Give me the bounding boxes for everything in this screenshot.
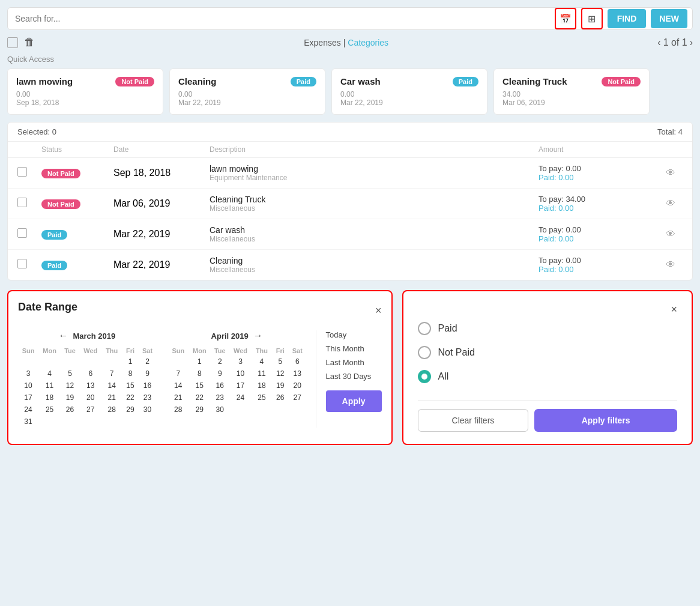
next-month-button[interactable]: → (253, 330, 263, 341)
apply-filters-button[interactable]: Apply filters (534, 409, 677, 432)
calendar-day[interactable]: 18 (252, 380, 271, 392)
find-button[interactable]: FIND (608, 9, 647, 28)
calendar-day[interactable]: 21 (102, 392, 122, 404)
quick-dates: Today This Month Last Month Last 30 Days… (316, 330, 382, 428)
calendar-day[interactable]: 4 (38, 368, 61, 380)
calendar-day[interactable]: 24 (18, 404, 38, 416)
quick-card-0[interactable]: lawn mowing Not Paid 0.00 Sep 18, 2018 (7, 68, 163, 115)
calendar-day[interactable]: 19 (61, 392, 79, 404)
calendar-day[interactable]: 19 (272, 380, 289, 392)
calendar-day[interactable]: 12 (61, 380, 79, 392)
calendar-day[interactable]: 12 (272, 368, 289, 380)
calendar-day[interactable]: 14 (168, 380, 189, 392)
calendar-day[interactable]: 5 (61, 368, 79, 380)
calendar-day[interactable]: 10 (229, 368, 252, 380)
calendar-day[interactable]: 23 (211, 392, 229, 404)
calendar-icon-button[interactable]: 📅 (555, 8, 576, 29)
row-checkbox-1[interactable] (17, 198, 27, 207)
col-checkbox (17, 145, 41, 154)
calendar-day[interactable]: 6 (289, 356, 306, 368)
expenses-link[interactable]: Expenses (304, 38, 340, 47)
calendar-day[interactable]: 27 (289, 392, 306, 404)
calendar-day[interactable]: 20 (79, 392, 102, 404)
row-view-2[interactable]: 👁 (659, 229, 683, 240)
calendar-day[interactable]: 2 (211, 356, 229, 368)
clear-filters-button[interactable]: Clear filters (418, 409, 529, 432)
calendar-day[interactable]: 7 (168, 368, 189, 380)
quick-card-1[interactable]: Cleaning Paid 0.00 Mar 22, 2019 (169, 68, 325, 115)
quick-last-month[interactable]: Last Month (326, 358, 382, 367)
calendar-day[interactable]: 17 (18, 392, 38, 404)
calendar-day[interactable]: 30 (139, 404, 156, 416)
calendar-day[interactable]: 31 (18, 416, 38, 428)
radio-not-paid[interactable] (418, 346, 431, 359)
quick-card-2[interactable]: Car wash Paid 0.00 Mar 22, 2019 (331, 68, 487, 115)
calendar-day[interactable]: 21 (168, 392, 189, 404)
quick-last-30[interactable]: Last 30 Days (326, 372, 382, 381)
row-checkbox-2[interactable] (17, 228, 27, 238)
calendar-day[interactable]: 3 (229, 356, 252, 368)
calendar-day[interactable]: 10 (18, 380, 38, 392)
calendar-day[interactable]: 2 (139, 356, 156, 368)
calendar-day[interactable]: 22 (189, 392, 211, 404)
calendar-day[interactable]: 26 (61, 404, 79, 416)
calendar-day[interactable]: 5 (272, 356, 289, 368)
calendar-day[interactable]: 8 (122, 368, 139, 380)
calendar-day[interactable]: 14 (102, 380, 122, 392)
prev-month-button[interactable]: ← (58, 330, 68, 341)
calendar-day[interactable]: 4 (252, 356, 271, 368)
apply-date-button[interactable]: Apply (326, 390, 382, 412)
calendar-day[interactable]: 11 (252, 368, 271, 380)
filter-icon-button[interactable]: ⊞ (581, 8, 603, 29)
filter-close[interactable]: × (671, 303, 677, 316)
radio-all[interactable] (418, 370, 431, 383)
calendar-day[interactable]: 6 (79, 368, 102, 380)
calendar-day[interactable]: 22 (122, 392, 139, 404)
select-all-checkbox[interactable] (7, 37, 18, 48)
quick-today[interactable]: Today (326, 330, 382, 339)
calendar-day[interactable]: 13 (79, 380, 102, 392)
date-range-close[interactable]: × (375, 305, 382, 317)
calendar-day[interactable]: 15 (189, 380, 211, 392)
prev-page-icon[interactable]: ‹ (657, 37, 660, 48)
calendar-day[interactable]: 1 (189, 356, 211, 368)
radio-paid[interactable] (418, 322, 431, 335)
calendar-day[interactable]: 25 (252, 392, 271, 404)
calendar-day[interactable]: 16 (211, 380, 229, 392)
next-page-icon[interactable]: › (690, 37, 693, 48)
calendar-day[interactable]: 29 (189, 404, 211, 416)
row-checkbox-0[interactable] (17, 167, 27, 177)
calendar-day[interactable]: 9 (139, 368, 156, 380)
calendar-day[interactable]: 29 (122, 404, 139, 416)
row-view-0[interactable]: 👁 (659, 168, 683, 178)
calendar-day[interactable]: 27 (79, 404, 102, 416)
row-checkbox-3[interactable] (17, 259, 27, 268)
calendar-day[interactable]: 9 (211, 368, 229, 380)
calendar-day[interactable]: 15 (122, 380, 139, 392)
row-view-3[interactable]: 👁 (659, 259, 683, 270)
new-button[interactable]: NEW (651, 9, 687, 28)
calendar-day[interactable]: 17 (229, 380, 252, 392)
calendar-day[interactable]: 20 (289, 380, 306, 392)
calendar-day[interactable]: 8 (189, 368, 211, 380)
calendar-day[interactable]: 30 (211, 404, 229, 416)
quick-this-month[interactable]: This Month (326, 344, 382, 353)
delete-icon[interactable]: 🗑 (24, 36, 35, 49)
calendar-day[interactable]: 28 (102, 404, 122, 416)
calendar-day[interactable]: 24 (229, 392, 252, 404)
row-view-1[interactable]: 👁 (659, 198, 683, 209)
calendar-day[interactable]: 3 (18, 368, 38, 380)
search-input[interactable] (13, 8, 550, 29)
calendar-day[interactable]: 1 (122, 356, 139, 368)
calendar-day[interactable]: 7 (102, 368, 122, 380)
calendar-day[interactable]: 11 (38, 380, 61, 392)
quick-card-3[interactable]: Cleaning Truck Not Paid 34.00 Mar 06, 20… (493, 68, 650, 115)
calendar-day[interactable]: 13 (289, 368, 306, 380)
calendar-day[interactable]: 25 (38, 404, 61, 416)
calendar-day[interactable]: 23 (139, 392, 156, 404)
categories-link[interactable]: Categories (348, 38, 388, 47)
calendar-day[interactable]: 26 (272, 392, 289, 404)
calendar-day[interactable]: 18 (38, 392, 61, 404)
calendar-day[interactable]: 28 (168, 404, 189, 416)
calendar-day[interactable]: 16 (139, 380, 156, 392)
